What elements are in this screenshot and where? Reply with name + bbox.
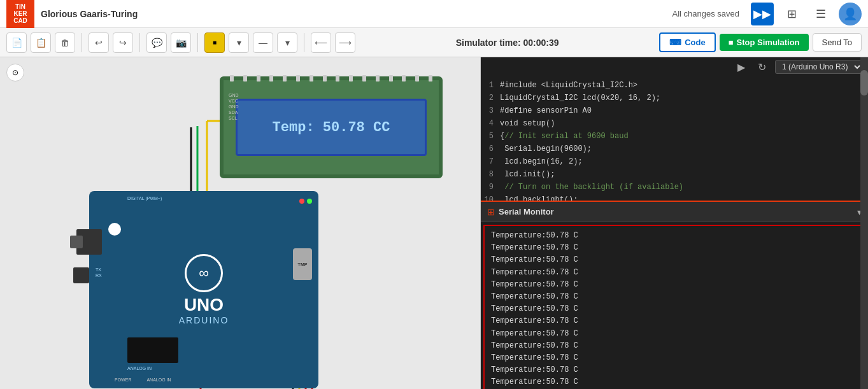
- line-text: LiquidCrystal_I2C lcd(0x20, 16, 2);: [500, 92, 660, 104]
- flip-v-btn[interactable]: ⟶: [335, 32, 355, 53]
- serial-header: ⊞ Serial Monitor ▾: [481, 202, 868, 222]
- color-btn[interactable]: ■: [204, 32, 225, 53]
- color-dropdown[interactable]: ▾: [229, 32, 249, 53]
- code-line: 9 // Turn on the backlight (if available…: [481, 181, 868, 194]
- arduino-brand: ARDUINO: [179, 315, 229, 325]
- flip-h-btn[interactable]: ⟵: [311, 32, 331, 53]
- line-number: 7: [481, 156, 500, 167]
- led-red: [299, 199, 304, 204]
- arduino-inner: ∞ UNO ARDUINO: [179, 254, 229, 325]
- lcd-pin: [376, 75, 380, 81]
- wire-style-btn[interactable]: —: [253, 32, 273, 53]
- reset-button[interactable]: [108, 223, 121, 236]
- play-btn[interactable]: ▶: [734, 60, 749, 74]
- right-panel: ▶ ↻ 1 (Arduino Uno R3) 1#include <Liquid…: [481, 57, 868, 389]
- logo-text: TINKERCAD: [13, 3, 27, 24]
- separator2: [139, 33, 140, 52]
- code-line: 7 lcd.begin(16, 2);: [481, 155, 868, 168]
- temperature-sensor: TMP: [293, 248, 312, 280]
- simulator-time: Simulator time: 00:00:39: [359, 38, 655, 48]
- serial-monitor-icon: ⊞: [487, 207, 495, 217]
- lcd-sda-label: SDA: [229, 110, 239, 115]
- canvas-area[interactable]: ⊙: [0, 57, 481, 389]
- power-labels: POWERANALOG IN: [115, 378, 171, 382]
- serial-line: Temperature:50.78 C: [491, 340, 858, 352]
- table-view-btn[interactable]: ☰: [809, 3, 832, 25]
- code-line: 10 lcd.backlight();: [481, 194, 868, 201]
- serial-line: Temperature:50.78 C: [491, 352, 858, 364]
- separator4: [304, 33, 304, 52]
- lcd-display: GND VCC GND SDA SCL Temp: 50.78 CC: [220, 76, 443, 178]
- notes-btn[interactable]: 💬: [146, 32, 167, 53]
- serial-line: Temperature:50.78 C: [491, 364, 858, 376]
- line-number: 6: [481, 143, 500, 155]
- lcd-pin: [269, 75, 273, 81]
- serial-output[interactable]: Temperature:50.78 CTemperature:50.78 CTe…: [483, 225, 865, 389]
- lcd-text: Temp: 50.78 CC: [273, 120, 390, 136]
- code-line: 8 lcd.init();: [481, 168, 868, 181]
- line-number: 9: [481, 181, 500, 193]
- camera-btn[interactable]: 📷: [171, 32, 191, 53]
- logo: TINKERCAD: [6, 0, 34, 28]
- code-btn[interactable]: ⌨ Code: [659, 32, 716, 52]
- send-to-btn[interactable]: Send To: [813, 33, 862, 52]
- redo-btn[interactable]: ↪: [113, 32, 133, 53]
- lcd-pin: [230, 75, 234, 81]
- delete-btn[interactable]: 🗑: [55, 32, 75, 53]
- line-number: 3: [481, 105, 500, 117]
- lcd-pin: [257, 75, 260, 81]
- separator3: [197, 33, 198, 52]
- stop-simulation-btn[interactable]: ■ Stop Simulation: [720, 34, 809, 51]
- line-number: 2: [481, 92, 500, 104]
- temp-sensor-label: TMP: [298, 262, 308, 267]
- line-number: 10: [481, 194, 500, 201]
- scrollbar[interactable]: [860, 57, 868, 389]
- code-line: 5{// Init serial at 9600 baud: [481, 130, 868, 143]
- code-lines: 1#include <LiquidCrystal_I2C.h>2LiquidCr…: [481, 76, 868, 201]
- lcd-pin: [323, 75, 327, 81]
- arduino-selector[interactable]: 1 (Arduino Uno R3): [775, 60, 863, 74]
- serial-line: Temperature:50.78 C: [491, 315, 858, 327]
- line-text: // Turn on the backlight (if available): [500, 181, 683, 193]
- split-view-btn[interactable]: ⊞: [780, 3, 803, 25]
- stop-icon: ■: [729, 38, 734, 47]
- film-view-btn[interactable]: ▶▶: [751, 3, 774, 25]
- line-number: 5: [481, 131, 500, 142]
- power-port: [73, 267, 89, 283]
- separator1: [82, 33, 82, 52]
- serial-line: Temperature:50.78 C: [491, 242, 858, 254]
- zoom-btn[interactable]: ⊙: [6, 64, 24, 81]
- ic-chip: [127, 337, 178, 363]
- line-text: lcd.begin(16, 2);: [500, 156, 583, 167]
- code-editor[interactable]: ▶ ↻ 1 (Arduino Uno R3) 1#include <Liquid…: [481, 57, 868, 201]
- lcd-pin: [415, 75, 419, 81]
- status-leds: [299, 199, 312, 204]
- serial-title: Serial Monitor: [499, 207, 554, 216]
- code-icon: ⌨: [669, 38, 681, 47]
- undo-btn[interactable]: ↩: [89, 32, 109, 53]
- copy-btn[interactable]: 📋: [31, 32, 51, 53]
- arduino-logo-circle: ∞: [185, 254, 223, 292]
- lcd-pin: [349, 75, 353, 81]
- toolbar: 📄 📋 🗑 ↩ ↪ 💬 📷 ■ ▾ — ▾ ⟵ ⟶ Simulator time…: [0, 28, 868, 57]
- code-line: 6 Serial.begin(9600);: [481, 143, 868, 155]
- code-line: 2LiquidCrystal_I2C lcd(0x20, 16, 2);: [481, 92, 868, 104]
- arduino-infinity: ∞: [199, 265, 209, 281]
- line-text: void setup(): [500, 118, 555, 129]
- scrollbar-thumb[interactable]: [860, 70, 868, 95]
- serial-line: Temperature:50.78 C: [491, 328, 858, 340]
- line-text: lcd.backlight();: [500, 194, 578, 201]
- line-text: lcd.init();: [500, 169, 555, 180]
- lcd-pin: [296, 75, 300, 81]
- wire-dropdown[interactable]: ▾: [277, 32, 297, 53]
- new-btn[interactable]: 📄: [6, 32, 27, 53]
- code-line: 4void setup(): [481, 117, 868, 130]
- line-text: {// Init serial at 9600 baud: [500, 131, 629, 142]
- code-line: 1#include <LiquidCrystal_I2C.h>: [481, 79, 868, 92]
- arduino-board: ∞ UNO ARDUINO DIGITAL (PWM~) ANALOG IN P…: [89, 191, 318, 388]
- refresh-btn[interactable]: ↻: [754, 60, 770, 74]
- lcd-vcc-label: VCC: [229, 99, 239, 103]
- avatar-btn[interactable]: 👤: [839, 3, 862, 25]
- lcd-labels: GND VCC GND SDA SCL: [229, 93, 239, 120]
- lcd-pin: [389, 75, 393, 81]
